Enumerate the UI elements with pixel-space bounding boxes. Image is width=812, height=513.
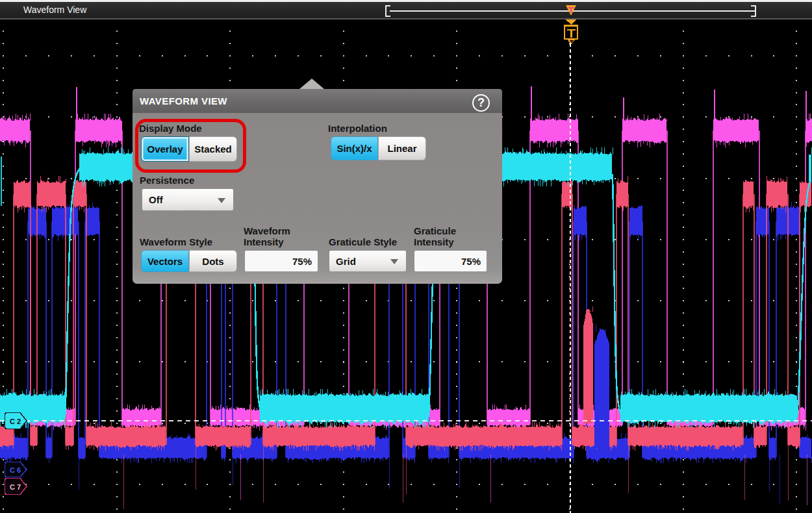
svg-text:C 7: C 7 — [10, 483, 21, 491]
svg-text:C 2: C 2 — [10, 418, 21, 425]
svg-text:C 6: C 6 — [10, 466, 21, 474]
